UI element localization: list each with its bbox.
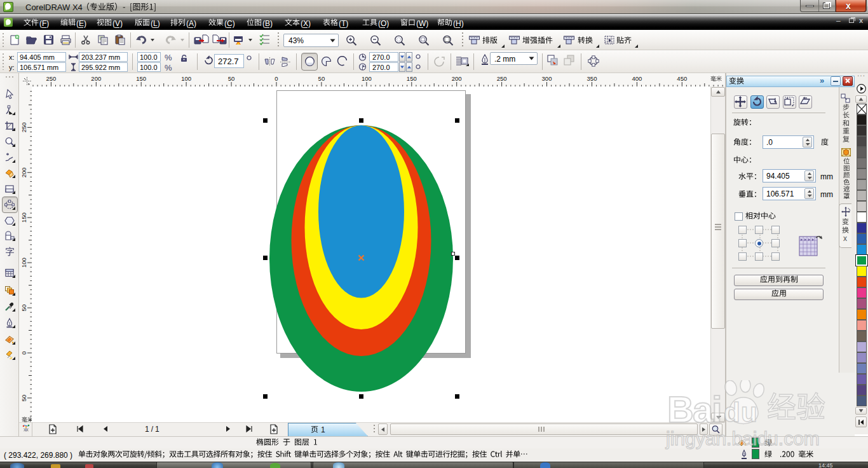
svg-text:50: 50 (20, 305, 27, 312)
svg-text:400: 400 (632, 75, 642, 82)
svg-text:150: 150 (407, 75, 417, 82)
svg-text:d: d (724, 397, 740, 427)
svg-text:200: 200 (452, 75, 462, 82)
svg-text:150: 150 (136, 75, 146, 82)
svg-text:50: 50 (228, 75, 235, 82)
svg-text:200: 200 (91, 75, 101, 82)
svg-text:250: 250 (46, 75, 56, 82)
svg-text:300: 300 (542, 75, 552, 82)
svg-text:u: u (741, 397, 757, 427)
svg-text:0: 0 (20, 351, 27, 354)
svg-text:350: 350 (587, 75, 597, 82)
svg-text:250: 250 (497, 75, 507, 82)
svg-text:50: 50 (318, 75, 325, 82)
svg-text:50: 50 (20, 395, 27, 402)
svg-text:450: 450 (677, 75, 687, 82)
svg-text:100: 100 (362, 75, 372, 82)
svg-text:250: 250 (20, 122, 27, 132)
svg-text:0: 0 (275, 75, 278, 82)
svg-text:100: 100 (181, 75, 191, 82)
svg-text:150: 150 (20, 212, 27, 223)
svg-text:200: 200 (20, 167, 27, 177)
svg-text:100: 100 (20, 258, 27, 268)
